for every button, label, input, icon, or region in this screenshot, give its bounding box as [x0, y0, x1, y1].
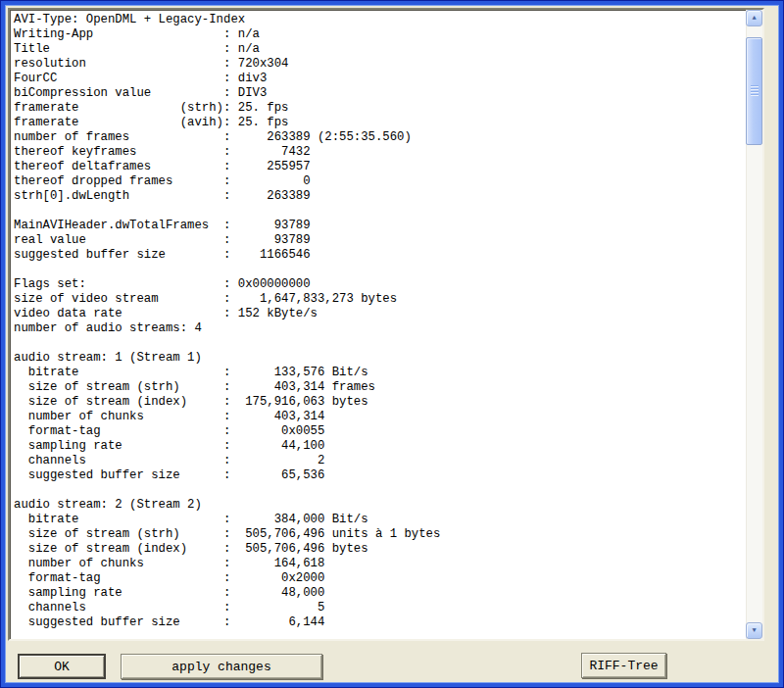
chevron-down-icon: ▼ [752, 627, 756, 634]
chevron-up-icon: ▲ [752, 15, 756, 22]
riff-tree-button[interactable]: RIFF-Tree [581, 653, 666, 678]
scrollbar-thumb[interactable] [746, 37, 762, 145]
scrollbar-track[interactable] [746, 26, 762, 622]
apply-changes-button[interactable]: apply changes [121, 654, 322, 679]
ok-button[interactable]: OK [18, 654, 106, 679]
file-info-text: AVI-Type: OpenDML + Legacy-Index Writing… [10, 10, 746, 639]
avi-info-dialog: AVI-Type: OpenDML + Legacy-Index Writing… [0, 0, 784, 688]
file-info-panel: AVI-Type: OpenDML + Legacy-Index Writing… [8, 8, 764, 641]
thumb-grip-icon [751, 85, 759, 96]
scroll-down-button[interactable]: ▼ [746, 622, 762, 639]
vertical-scrollbar[interactable]: ▲ ▼ [746, 10, 762, 639]
scroll-up-button[interactable]: ▲ [746, 10, 762, 26]
